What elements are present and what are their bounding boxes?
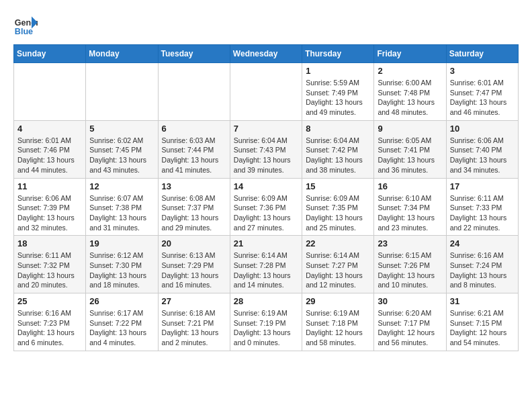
day-info: Sunrise: 6:16 AM Sunset: 7:23 PM Dayligh…	[17, 308, 82, 348]
calendar-cell: 4Sunrise: 6:01 AM Sunset: 7:46 PM Daylig…	[14, 120, 86, 178]
day-number: 18	[17, 238, 82, 248]
day-info: Sunrise: 6:02 AM Sunset: 7:45 PM Dayligh…	[89, 136, 154, 175]
day-number: 20	[162, 238, 226, 248]
day-number: 19	[89, 238, 154, 248]
logo: General Blue	[13, 13, 42, 38]
calendar-cell: 24Sunrise: 6:16 AM Sunset: 7:24 PM Dayli…	[446, 236, 518, 293]
calendar-cell: 11Sunrise: 6:06 AM Sunset: 7:39 PM Dayli…	[14, 178, 86, 236]
day-info: Sunrise: 6:14 AM Sunset: 7:28 PM Dayligh…	[234, 250, 298, 290]
day-number: 11	[17, 181, 82, 191]
day-number: 22	[306, 238, 370, 248]
day-info: Sunrise: 5:59 AM Sunset: 7:49 PM Dayligh…	[306, 78, 370, 118]
calendar-cell: 25Sunrise: 6:16 AM Sunset: 7:23 PM Dayli…	[14, 293, 86, 351]
calendar-cell	[158, 63, 230, 121]
day-number: 10	[450, 124, 515, 134]
calendar-cell: 19Sunrise: 6:12 AM Sunset: 7:30 PM Dayli…	[86, 236, 158, 293]
day-number: 29	[306, 296, 370, 306]
day-number: 25	[17, 296, 82, 306]
day-number: 23	[378, 238, 442, 248]
day-info: Sunrise: 6:08 AM Sunset: 7:37 PM Dayligh…	[162, 193, 226, 233]
day-info: Sunrise: 6:09 AM Sunset: 7:36 PM Dayligh…	[234, 193, 298, 233]
calendar-cell: 18Sunrise: 6:11 AM Sunset: 7:32 PM Dayli…	[14, 236, 86, 293]
day-number: 9	[378, 124, 442, 134]
header-friday: Friday	[374, 45, 446, 63]
day-info: Sunrise: 6:17 AM Sunset: 7:22 PM Dayligh…	[89, 308, 154, 348]
day-number: 26	[89, 296, 154, 306]
calendar-cell: 13Sunrise: 6:08 AM Sunset: 7:37 PM Dayli…	[158, 178, 230, 236]
day-number: 28	[234, 296, 298, 306]
header-tuesday: Tuesday	[158, 45, 230, 63]
day-number: 24	[450, 238, 515, 248]
logo-icon: General Blue	[13, 13, 38, 38]
day-number: 14	[234, 181, 298, 191]
day-info: Sunrise: 6:18 AM Sunset: 7:21 PM Dayligh…	[162, 308, 226, 348]
calendar-cell	[86, 63, 158, 121]
day-info: Sunrise: 6:00 AM Sunset: 7:48 PM Dayligh…	[378, 78, 442, 118]
calendar-cell: 6Sunrise: 6:03 AM Sunset: 7:44 PM Daylig…	[158, 120, 230, 178]
header-monday: Monday	[86, 45, 158, 63]
day-number: 2	[378, 66, 442, 76]
calendar-cell: 22Sunrise: 6:14 AM Sunset: 7:27 PM Dayli…	[302, 236, 374, 293]
calendar-cell: 31Sunrise: 6:21 AM Sunset: 7:15 PM Dayli…	[446, 293, 518, 351]
calendar-week-1: 1Sunrise: 5:59 AM Sunset: 7:49 PM Daylig…	[14, 63, 519, 121]
day-number: 5	[89, 124, 154, 134]
day-info: Sunrise: 6:04 AM Sunset: 7:43 PM Dayligh…	[234, 136, 298, 175]
day-info: Sunrise: 6:11 AM Sunset: 7:33 PM Dayligh…	[450, 193, 515, 233]
day-info: Sunrise: 6:05 AM Sunset: 7:41 PM Dayligh…	[378, 136, 442, 175]
calendar-week-2: 4Sunrise: 6:01 AM Sunset: 7:46 PM Daylig…	[14, 120, 519, 178]
calendar-cell: 7Sunrise: 6:04 AM Sunset: 7:43 PM Daylig…	[230, 120, 302, 178]
header-wednesday: Wednesday	[230, 45, 302, 63]
day-info: Sunrise: 6:19 AM Sunset: 7:19 PM Dayligh…	[234, 308, 298, 348]
header-thursday: Thursday	[302, 45, 374, 63]
day-number: 7	[234, 124, 298, 134]
day-info: Sunrise: 6:16 AM Sunset: 7:24 PM Dayligh…	[450, 250, 515, 290]
day-number: 8	[306, 124, 370, 134]
calendar-cell: 17Sunrise: 6:11 AM Sunset: 7:33 PM Dayli…	[446, 178, 518, 236]
day-info: Sunrise: 6:19 AM Sunset: 7:18 PM Dayligh…	[306, 308, 370, 348]
day-info: Sunrise: 6:04 AM Sunset: 7:42 PM Dayligh…	[306, 136, 370, 175]
calendar-cell: 27Sunrise: 6:18 AM Sunset: 7:21 PM Dayli…	[158, 293, 230, 351]
day-number: 15	[306, 181, 370, 191]
calendar-cell: 1Sunrise: 5:59 AM Sunset: 7:49 PM Daylig…	[302, 63, 374, 121]
calendar-cell: 3Sunrise: 6:01 AM Sunset: 7:47 PM Daylig…	[446, 63, 518, 121]
calendar-week-3: 11Sunrise: 6:06 AM Sunset: 7:39 PM Dayli…	[14, 178, 519, 236]
day-info: Sunrise: 6:13 AM Sunset: 7:29 PM Dayligh…	[162, 250, 226, 290]
day-info: Sunrise: 6:01 AM Sunset: 7:46 PM Dayligh…	[17, 136, 82, 175]
day-info: Sunrise: 6:20 AM Sunset: 7:17 PM Dayligh…	[378, 308, 442, 348]
calendar-cell	[14, 63, 86, 121]
calendar-cell: 30Sunrise: 6:20 AM Sunset: 7:17 PM Dayli…	[374, 293, 446, 351]
day-number: 1	[306, 66, 370, 76]
header-sunday: Sunday	[14, 45, 86, 63]
day-info: Sunrise: 6:11 AM Sunset: 7:32 PM Dayligh…	[17, 250, 82, 290]
calendar-cell: 8Sunrise: 6:04 AM Sunset: 7:42 PM Daylig…	[302, 120, 374, 178]
calendar-cell: 16Sunrise: 6:10 AM Sunset: 7:34 PM Dayli…	[374, 178, 446, 236]
calendar-cell: 23Sunrise: 6:15 AM Sunset: 7:26 PM Dayli…	[374, 236, 446, 293]
svg-text:Blue: Blue	[15, 27, 33, 36]
calendar-cell: 9Sunrise: 6:05 AM Sunset: 7:41 PM Daylig…	[374, 120, 446, 178]
day-number: 17	[450, 181, 515, 191]
calendar-cell: 20Sunrise: 6:13 AM Sunset: 7:29 PM Dayli…	[158, 236, 230, 293]
calendar-week-4: 18Sunrise: 6:11 AM Sunset: 7:32 PM Dayli…	[14, 236, 519, 293]
calendar-cell: 14Sunrise: 6:09 AM Sunset: 7:36 PM Dayli…	[230, 178, 302, 236]
calendar-cell: 5Sunrise: 6:02 AM Sunset: 7:45 PM Daylig…	[86, 120, 158, 178]
day-info: Sunrise: 6:09 AM Sunset: 7:35 PM Dayligh…	[306, 193, 370, 233]
day-number: 6	[162, 124, 226, 134]
day-number: 3	[450, 66, 515, 76]
day-info: Sunrise: 6:06 AM Sunset: 7:40 PM Dayligh…	[450, 136, 515, 175]
calendar-cell: 28Sunrise: 6:19 AM Sunset: 7:19 PM Dayli…	[230, 293, 302, 351]
day-info: Sunrise: 6:14 AM Sunset: 7:27 PM Dayligh…	[306, 250, 370, 290]
day-info: Sunrise: 6:12 AM Sunset: 7:30 PM Dayligh…	[89, 250, 154, 290]
day-number: 31	[450, 296, 515, 306]
day-number: 16	[378, 181, 442, 191]
day-info: Sunrise: 6:01 AM Sunset: 7:47 PM Dayligh…	[450, 78, 515, 118]
day-info: Sunrise: 6:03 AM Sunset: 7:44 PM Dayligh…	[162, 136, 226, 175]
day-number: 21	[234, 238, 298, 248]
calendar-week-5: 25Sunrise: 6:16 AM Sunset: 7:23 PM Dayli…	[14, 293, 519, 351]
calendar-header-row: SundayMondayTuesdayWednesdayThursdayFrid…	[14, 45, 519, 63]
calendar-cell: 10Sunrise: 6:06 AM Sunset: 7:40 PM Dayli…	[446, 120, 518, 178]
page-header: General Blue	[13, 13, 519, 38]
header-saturday: Saturday	[446, 45, 518, 63]
calendar-cell: 15Sunrise: 6:09 AM Sunset: 7:35 PM Dayli…	[302, 178, 374, 236]
day-info: Sunrise: 6:21 AM Sunset: 7:15 PM Dayligh…	[450, 308, 515, 348]
calendar-cell: 12Sunrise: 6:07 AM Sunset: 7:38 PM Dayli…	[86, 178, 158, 236]
